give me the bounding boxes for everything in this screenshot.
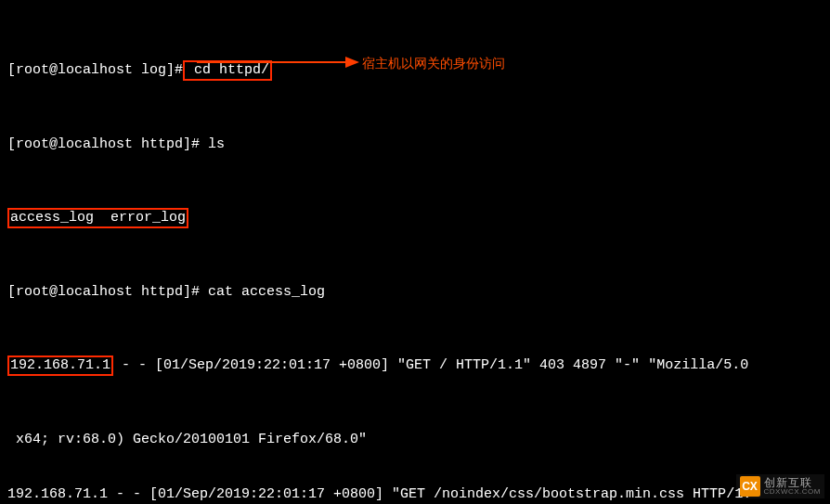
terminal-window[interactable]: [root@localhost log]# cd httpd/ [root@lo…: [0, 0, 830, 504]
client-ip: 192.168.71.1: [7, 355, 113, 376]
prompt: [root@localhost log]#: [7, 62, 183, 78]
prompt-line-3: [root@localhost httpd]# cat access_log: [7, 283, 823, 302]
watermark-logo-icon: CX: [740, 476, 760, 497]
annotation-text: 宿主机以网关的身份访问: [362, 55, 505, 73]
prompt-line-2: [root@localhost httpd]# ls: [7, 136, 823, 154]
svg-marker-1: [345, 57, 359, 68]
log-line: x64; rv:68.0) Gecko/20100101 Firefox/68.…: [7, 431, 823, 449]
prompt: [root@localhost httpd]#: [7, 284, 200, 300]
cmd-ls: ls: [200, 136, 225, 152]
arrow-icon: [197, 54, 359, 71]
cmd-cat: cat access_log: [200, 284, 325, 300]
log-line-first: 192.168.71.1 - - [01/Sep/2019:22:01:17 +…: [7, 355, 823, 376]
ls-output-line: access_log error_log: [7, 208, 823, 228]
ls-output: access_log error_log: [7, 208, 188, 228]
watermark-url: CDXWCX.COM: [764, 488, 821, 496]
watermark-text: 创新互联 CDXWCX.COM: [764, 477, 821, 496]
prompt: [root@localhost httpd]#: [7, 136, 200, 152]
watermark: CX 创新互联 CDXWCX.COM: [736, 474, 824, 498]
log-line: 192.168.71.1 - - [01/Sep/2019:22:01:17 +…: [7, 485, 823, 504]
log-tail-0: - - [01/Sep/2019:22:01:17 +0800] "GET / …: [113, 357, 748, 373]
